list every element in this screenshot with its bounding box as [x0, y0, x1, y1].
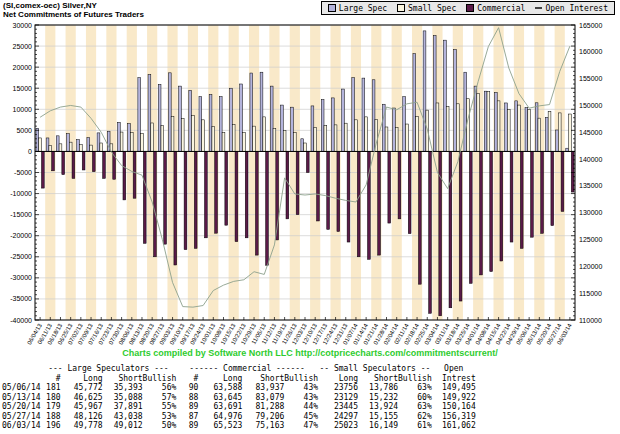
table-cell: 161,062 [432, 421, 476, 431]
table-cell: 89 [176, 421, 198, 431]
table-cell: 90 [176, 383, 198, 393]
svg-text:-35000: -35000 [10, 295, 32, 302]
column-header [2, 374, 41, 384]
table-cell: 45% [284, 412, 318, 422]
svg-text:15000: 15000 [13, 85, 33, 92]
page: (SI,comex-oec) Silver,NY Net Commitments… [0, 0, 620, 434]
table-cell: 79,206 [242, 412, 284, 422]
legend-label: Large Spec [339, 4, 387, 13]
table-cell: 15,155 [358, 412, 398, 422]
left-axis-labels: 300002500020000150001000050000-5000-1000… [10, 22, 32, 324]
svg-text:165000: 165000 [579, 22, 602, 29]
large-spec-swatch-icon [328, 4, 336, 12]
table-cell: 49,778 [61, 421, 103, 431]
table-cell: 23129 [318, 393, 358, 403]
table-cell: 23445 [318, 402, 358, 412]
column-header: Long [318, 374, 358, 384]
table-cell: 63,588 [198, 383, 242, 393]
legend-item-open-interest: Open Interest [535, 4, 608, 13]
svg-text:0: 0 [28, 148, 32, 155]
cot-table: --- Large Speculators --------- Commerci… [2, 364, 476, 431]
row-date: 06/03/14 [2, 421, 41, 431]
table-cell: 35,393 [103, 383, 143, 393]
svg-text:145000: 145000 [579, 129, 602, 136]
chart-title-line1: (SI,comex-oec) Silver,NY [3, 1, 144, 10]
svg-text:125000: 125000 [579, 236, 602, 243]
svg-text:-25000: -25000 [10, 253, 32, 260]
table-cell: 46,625 [61, 393, 103, 403]
svg-text:-30000: -30000 [10, 274, 32, 281]
svg-text:120000: 120000 [579, 263, 602, 270]
table-cell: 49,012 [103, 421, 143, 431]
legend-item-large-spec: Large Spec [328, 4, 387, 13]
open-interest-dash-icon [535, 7, 542, 9]
table-cell: 16,149 [358, 421, 398, 431]
legend: Large Spec Small Spec Commercial Open In… [321, 1, 615, 15]
column-header: Long [61, 374, 103, 384]
table-cell: 156,319 [432, 412, 476, 422]
legend-label: Small Spec [408, 4, 456, 13]
table-cell: 188 [41, 412, 61, 422]
row-date: 05/13/14 [2, 393, 41, 403]
svg-text:110000: 110000 [579, 317, 602, 324]
svg-text:5000: 5000 [16, 127, 32, 134]
table-cell: 75,163 [242, 421, 284, 431]
table-cell: 63% [398, 383, 432, 393]
column-header: # [176, 374, 198, 384]
table-cell [2, 364, 41, 374]
svg-text:-5000: -5000 [14, 169, 32, 176]
column-header: Intrest [432, 374, 476, 384]
table-cell: 89 [176, 402, 198, 412]
table-cell: 43,038 [103, 412, 143, 422]
table-cell: 180 [41, 393, 61, 403]
table-cell: 43% [284, 383, 318, 393]
svg-text:-40000: -40000 [10, 317, 32, 324]
column-header: Bullish [284, 374, 318, 384]
column-header: Short [242, 374, 284, 384]
svg-text:155000: 155000 [579, 75, 602, 82]
row-date: 05/20/14 [2, 402, 41, 412]
table-cell: 63,645 [198, 393, 242, 403]
credit-link[interactable]: Charts compiled by Software North LLC ht… [0, 348, 620, 358]
table-cell: 55% [143, 402, 177, 412]
column-header: # [41, 374, 61, 384]
table-cell: 45,967 [61, 402, 103, 412]
svg-text:160000: 160000 [579, 48, 602, 55]
svg-text:10000: 10000 [13, 106, 33, 113]
table-cell: 53% [143, 412, 177, 422]
table-cell: 150,164 [432, 402, 476, 412]
svg-text:150000: 150000 [579, 102, 602, 109]
table-cell: 23756 [318, 383, 358, 393]
svg-text:-10000: -10000 [10, 190, 32, 197]
table-cell: 83,937 [242, 383, 284, 393]
row-date: 05/27/14 [2, 412, 41, 422]
small-spec-swatch-icon [397, 4, 405, 12]
commercial-swatch-icon [466, 4, 474, 12]
table-cell: 60% [398, 393, 432, 403]
svg-text:140000: 140000 [579, 156, 602, 163]
table-cell: 181 [41, 383, 61, 393]
svg-text:135000: 135000 [579, 182, 602, 189]
table-cell: 88 [176, 393, 198, 403]
svg-text:20000: 20000 [13, 64, 33, 71]
chart-title: (SI,comex-oec) Silver,NY Net Commitments… [3, 1, 144, 19]
table-cell: 63% [398, 402, 432, 412]
right-axis-labels: 1650001600001550001500001450001400001350… [579, 22, 602, 324]
table-cell: 15,232 [358, 393, 398, 403]
column-header: Short [358, 374, 398, 384]
table-cell: 13,786 [358, 383, 398, 393]
table-cell: 24297 [318, 412, 358, 422]
table-cell: 35,088 [103, 393, 143, 403]
table-cell: 50% [143, 421, 177, 431]
column-header: Long [198, 374, 242, 384]
column-header: Bullish [398, 374, 432, 384]
table-cell: 62% [398, 412, 432, 422]
table-cell: 196 [41, 421, 61, 431]
table-cell: 37,891 [103, 402, 143, 412]
svg-text:25000: 25000 [13, 43, 33, 50]
row-date: 05/06/14 [2, 383, 41, 393]
group-header-open: Open [432, 364, 476, 374]
group-header-large-speculators: --- Large Speculators --- [41, 364, 177, 374]
legend-item-small-spec: Small Spec [397, 4, 456, 13]
column-header: Bullish [143, 374, 177, 384]
